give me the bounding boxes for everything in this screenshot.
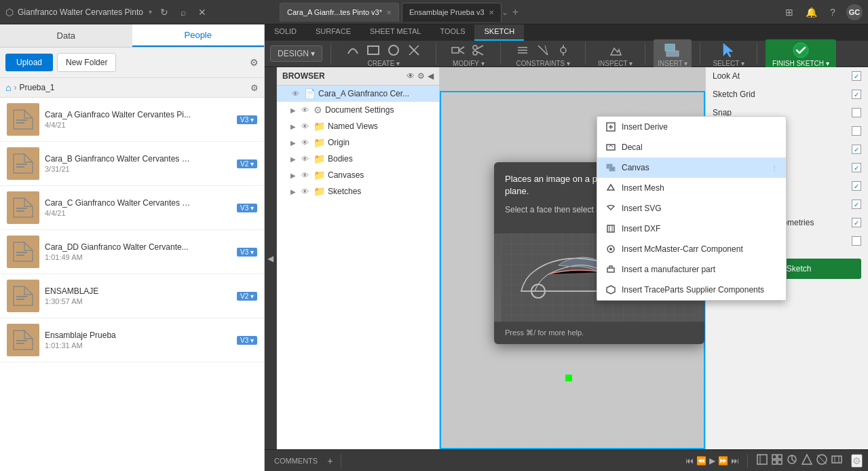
- show-projected-checkbox[interactable]: ✓: [852, 218, 861, 227]
- browser-collapse-button-2[interactable]: ◀: [428, 71, 434, 81]
- look-at-checkbox[interactable]: ✓: [852, 71, 861, 81]
- canvas-more-icon[interactable]: ⋮: [771, 164, 778, 172]
- dropdown-item-insert-mesh[interactable]: Insert Mesh: [597, 178, 786, 198]
- refresh-button[interactable]: ↻: [156, 5, 172, 19]
- timeline-icon-6[interactable]: [831, 453, 843, 468]
- breadcrumb-gear-icon[interactable]: ⚙: [250, 83, 259, 93]
- show-dimensions-checkbox[interactable]: ✓: [852, 181, 861, 191]
- browser-eye-icon[interactable]: 👁: [301, 171, 311, 179]
- grid-icon-button[interactable]: ⊞: [781, 4, 797, 20]
- show-profile-checkbox[interactable]: ✓: [852, 145, 861, 154]
- file-list-item-3[interactable]: Cara_DD Gianfranco Walter Cervante... 1:…: [0, 230, 264, 274]
- user-avatar[interactable]: GC: [846, 4, 863, 20]
- sketch-grid-checkbox[interactable]: ✓: [852, 90, 861, 99]
- svg-line-18: [459, 50, 464, 54]
- settings-icon-button[interactable]: ⚙: [250, 57, 259, 68]
- playback-skip-start-button[interactable]: ⏮: [685, 456, 694, 466]
- playback-play-button[interactable]: ▶: [709, 456, 715, 466]
- sidebar-tab-people[interactable]: People: [132, 24, 265, 47]
- timeline-icon-2[interactable]: [771, 453, 783, 468]
- ribbon-tab-surface[interactable]: SURFACE: [306, 24, 360, 41]
- browser-eye-icon[interactable]: 👁: [301, 122, 311, 130]
- browser-item-cara-a[interactable]: 👁 📄 Cara_A Gianfranco Cer...: [277, 86, 439, 102]
- browser-settings-button[interactable]: ⚙: [417, 71, 425, 81]
- timeline-icon-3[interactable]: [786, 453, 798, 468]
- help-icon-button[interactable]: ?: [825, 4, 841, 20]
- constraint-icon-3: [554, 41, 573, 60]
- toolbar-group-modify[interactable]: MODIFY ▾: [445, 39, 492, 69]
- close-button[interactable]: ✕: [194, 5, 210, 19]
- tab-close-icon[interactable]: ✕: [386, 9, 392, 16]
- browser-eye-icon[interactable]: 👁: [301, 155, 311, 163]
- timeline-icon-4[interactable]: [801, 453, 813, 468]
- breadcrumb-home-icon[interactable]: ⌂: [5, 82, 11, 93]
- toolbar-group-create[interactable]: CREATE ▾: [339, 39, 428, 69]
- tab-ensamblaje[interactable]: Ensamblaje Prueba v3 ✕: [402, 3, 502, 22]
- file-list-item-2[interactable]: Cara_C Gianfranco Walter Cervantes Pi...…: [0, 186, 264, 230]
- sidebar-tab-data[interactable]: Data: [0, 24, 132, 47]
- file-list-item-4[interactable]: ENSAMBLAJE 1:30:57 AM V2 ▾: [0, 274, 264, 318]
- dropdown-item-manufacturer[interactable]: Insert a manufacturer part: [597, 259, 786, 280]
- ribbon-tab-solid[interactable]: SOLID: [265, 24, 306, 41]
- timeline-icon-5[interactable]: [816, 453, 828, 468]
- file-badge[interactable]: V3 ▾: [237, 248, 257, 257]
- dropdown-item-traceparts[interactable]: Insert TraceParts Supplier Components: [597, 280, 786, 300]
- playback-forward-button[interactable]: ⏩: [718, 456, 728, 466]
- add-tab-button[interactable]: +: [508, 6, 523, 18]
- browser-item-named-views[interactable]: ▶ 👁 📁 Named Views: [277, 118, 439, 134]
- file-list-item-1[interactable]: Cara_B Gianfranco Walter Cervantes Pi...…: [0, 142, 264, 186]
- browser-item-doc-settings[interactable]: ▶ 👁 ⚙ Document Settings: [277, 102, 439, 118]
- tab-close-icon[interactable]: ✕: [489, 9, 494, 16]
- toolbar-group-constraints[interactable]: CONSTRAINTS ▾: [509, 39, 577, 69]
- file-list-item-0[interactable]: Cara_A Gianfraco Walter Cervantes Pi... …: [0, 98, 264, 142]
- dropdown-item-decal[interactable]: Decal: [597, 137, 786, 157]
- tab-overflow-button[interactable]: ⌄: [502, 7, 508, 17]
- bottom-gear-button[interactable]: ⚙: [851, 454, 863, 468]
- file-badge[interactable]: V3 ▾: [237, 336, 257, 345]
- dropdown-item-mcmaster[interactable]: Insert McMaster-Carr Component: [597, 239, 786, 259]
- file-badge[interactable]: V3 ▾: [237, 115, 257, 124]
- search-button[interactable]: ⌕: [176, 5, 190, 19]
- show-points-checkbox[interactable]: ✓: [852, 163, 861, 172]
- timeline-icon-1[interactable]: [756, 453, 768, 468]
- design-dropdown-button[interactable]: DESIGN ▾: [270, 45, 322, 62]
- file-badge[interactable]: V2 ▾: [237, 292, 257, 301]
- bell-icon-button[interactable]: 🔔: [803, 4, 819, 20]
- toolbar-group-inspect[interactable]: INSPECT ▾: [594, 39, 637, 69]
- playback-skip-end-button[interactable]: ⏭: [731, 456, 739, 466]
- browser-eye-icon[interactable]: 👁: [301, 138, 311, 147]
- ribbon-tab-sheet-metal[interactable]: SHEET METAL: [360, 24, 430, 41]
- show-constraints-checkbox[interactable]: ✓: [852, 200, 861, 209]
- file-list-item-5[interactable]: Ensamblaje Prueba 1:01:31 AM V3 ▾: [0, 318, 264, 362]
- toolbar-group-finish-sketch[interactable]: FINISH SKETCH ▾: [766, 39, 836, 69]
- breadcrumb-separator: ›: [14, 83, 16, 92]
- dropdown-item-insert-derive[interactable]: Insert Derive: [597, 117, 786, 137]
- snap-checkbox[interactable]: [852, 108, 861, 117]
- dropdown-item-insert-svg[interactable]: Insert SVG: [597, 198, 786, 219]
- browser-collapse-button[interactable]: ◀: [265, 67, 277, 449]
- add-comment-button[interactable]: +: [324, 454, 335, 468]
- browser-eye-icon[interactable]: 👁: [292, 90, 301, 98]
- browser-eye-icon[interactable]: 👁: [301, 106, 311, 114]
- tab-cara-a[interactable]: Cara_A Gianfr...tes Pinto v3* ✕: [280, 3, 399, 22]
- toolbar-group-select[interactable]: SELECT ▾: [709, 39, 749, 69]
- dropdown-item-insert-dxf[interactable]: Insert DXF: [597, 219, 786, 239]
- browser-item-bodies[interactable]: ▶ 👁 📁 Bodies: [277, 151, 439, 167]
- browser-item-sketches[interactable]: ▶ 👁 📁 Sketches: [277, 183, 439, 200]
- playback-rewind-button[interactable]: ⏪: [696, 456, 706, 466]
- dropdown-item-canvas[interactable]: Canvas ⋮: [597, 157, 786, 178]
- slice-checkbox[interactable]: [852, 126, 861, 136]
- 3d-sketch-checkbox[interactable]: [852, 236, 861, 246]
- new-folder-button[interactable]: New Folder: [57, 53, 116, 72]
- file-badge[interactable]: V3 ▾: [237, 204, 257, 212]
- browser-item-origin[interactable]: ▶ 👁 📁 Origin: [277, 134, 439, 151]
- title-caret-icon[interactable]: ▾: [149, 8, 152, 16]
- browser-eye-button[interactable]: 👁: [407, 71, 415, 81]
- upload-button[interactable]: Upload: [5, 54, 53, 71]
- browser-item-canvases[interactable]: ▶ 👁 📁 Canvases: [277, 167, 439, 183]
- toolbar-group-insert[interactable]: INSERT ▾: [654, 39, 692, 69]
- file-badge[interactable]: V2 ▾: [237, 159, 257, 168]
- browser-eye-icon[interactable]: 👁: [301, 187, 311, 195]
- ribbon-tab-sketch[interactable]: SKETCH: [474, 24, 524, 41]
- ribbon-tab-tools[interactable]: TOOLS: [430, 24, 474, 41]
